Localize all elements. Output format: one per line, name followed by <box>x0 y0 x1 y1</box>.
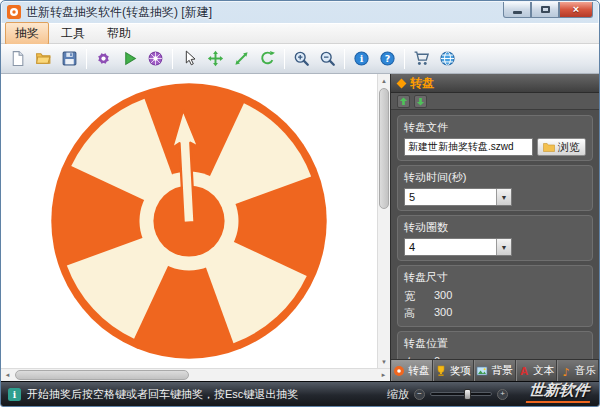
zoom-label: 缩放 <box>387 387 409 402</box>
scroll-left-icon[interactable]: ◄ <box>1 369 14 381</box>
svg-text:♪: ♪ <box>562 365 569 377</box>
statusbar: i 开始抽奖后按空格键或者回车键抽奖，按Esc键退出抽奖 缩放 − + 世新软件 <box>1 381 599 406</box>
image-icon <box>476 365 488 377</box>
zoom-out-button[interactable] <box>315 46 340 71</box>
resize-icon <box>233 50 250 67</box>
tab-prizes[interactable]: 奖项 <box>433 360 475 381</box>
scroll-down-icon[interactable]: ▼ <box>378 355 390 368</box>
app-window: 世新转盘抽奖软件(转盘抽奖) [新建] × 抽奖 工具 帮助 <box>0 0 600 407</box>
scroll-right-icon[interactable]: ► <box>377 369 390 381</box>
svg-text:A: A <box>520 366 528 377</box>
spin-rounds-group: 转动圈数 4 ▼ <box>397 215 593 261</box>
tab-text[interactable]: A 文本 <box>516 360 558 381</box>
close-button[interactable]: × <box>559 2 593 18</box>
folder-icon <box>543 142 555 152</box>
move-up-button[interactable] <box>397 95 410 108</box>
vertical-scrollbar[interactable]: ▲ ▼ <box>377 74 390 368</box>
zoom-out-icon <box>319 50 336 67</box>
width-value[interactable]: 300 <box>434 289 452 304</box>
height-value[interactable]: 300 <box>434 306 452 321</box>
chevron-down-icon[interactable]: ▼ <box>496 189 511 205</box>
panel-body: 转盘文件 浏览 转动时间(秒) 5 <box>391 110 599 359</box>
cart-icon <box>413 50 430 67</box>
wheel-file-label: 转盘文件 <box>404 120 586 135</box>
tab-label: 文本 <box>533 364 554 378</box>
tab-wheel[interactable]: 转盘 <box>391 360 433 381</box>
wheel-file-group: 转盘文件 浏览 <box>397 115 593 161</box>
help-icon: ? <box>379 50 396 67</box>
menu-tools[interactable]: 工具 <box>51 22 95 45</box>
spin-time-select[interactable]: 5 ▼ <box>404 188 512 206</box>
horizontal-scrollbar[interactable]: ◄ ► <box>1 368 390 381</box>
move-down-button[interactable] <box>414 95 427 108</box>
zoom-slider[interactable] <box>430 392 492 396</box>
buy-button[interactable] <box>409 46 434 71</box>
wheel-tab-icon <box>393 365 405 377</box>
design-canvas[interactable] <box>1 74 377 368</box>
lottery-wheel[interactable] <box>1 74 377 368</box>
browse-button[interactable]: 浏览 <box>537 138 586 156</box>
spin-time-label: 转动时间(秒) <box>404 170 586 185</box>
start-draw-button[interactable] <box>117 46 142 71</box>
wheel-file-input[interactable] <box>404 138 533 156</box>
minimize-button[interactable] <box>503 2 531 18</box>
letter-a-icon: A <box>518 365 530 377</box>
zoom-slider-thumb[interactable] <box>464 389 471 400</box>
menu-help[interactable]: 帮助 <box>97 22 141 45</box>
rotate-icon <box>259 50 276 67</box>
move-icon <box>207 50 224 67</box>
height-label: 高 <box>404 306 434 321</box>
open-file-button[interactable] <box>31 46 56 71</box>
menu-lottery[interactable]: 抽奖 <box>5 22 49 45</box>
arrow-up-icon <box>399 97 408 106</box>
toolbar-separator <box>344 49 345 69</box>
panel-toolbar <box>391 93 599 110</box>
spin-time-group: 转动时间(秒) 5 ▼ <box>397 165 593 211</box>
svg-text:i: i <box>360 53 364 64</box>
tab-background[interactable]: 背景 <box>474 360 516 381</box>
scroll-up-icon[interactable]: ▲ <box>378 74 390 87</box>
settings-button[interactable] <box>91 46 116 71</box>
close-icon: × <box>573 4 579 15</box>
maximize-button[interactable] <box>531 2 559 18</box>
status-hint: 开始抽奖后按空格键或者回车键抽奖，按Esc键退出抽奖 <box>27 387 298 402</box>
zoom-control: 缩放 − + <box>387 387 508 402</box>
resize-button[interactable] <box>229 46 254 71</box>
menubar: 抽奖 工具 帮助 <box>1 23 599 44</box>
chevron-down-icon[interactable]: ▼ <box>496 239 511 255</box>
spin-rounds-label: 转动圈数 <box>404 220 586 235</box>
wheel-position-group: 转盘位置 左 0 上 0 <box>397 331 593 359</box>
toolbar-separator <box>404 49 405 69</box>
rotate-button[interactable] <box>255 46 280 71</box>
toolbar-separator <box>172 49 173 69</box>
wheel-preview-button[interactable] <box>143 46 168 71</box>
tab-label: 转盘 <box>408 364 429 378</box>
zoom-in-button[interactable] <box>289 46 314 71</box>
wheel-size-label: 转盘尺寸 <box>404 270 586 285</box>
tab-music[interactable]: ♪ 音乐 <box>557 360 599 381</box>
zoom-in-icon <box>293 50 310 67</box>
horizontal-scroll-track[interactable] <box>14 369 377 381</box>
vertical-scroll-thumb[interactable] <box>379 88 389 209</box>
window-controls: × <box>503 2 593 18</box>
website-button[interactable] <box>435 46 460 71</box>
titlebar[interactable]: 世新转盘抽奖软件(转盘抽奖) [新建] × <box>1 1 599 23</box>
move-button[interactable] <box>203 46 228 71</box>
wheel-icon <box>147 50 164 67</box>
new-file-button[interactable] <box>5 46 30 71</box>
zoom-in-small-button[interactable]: + <box>497 389 508 400</box>
save-file-button[interactable] <box>57 46 82 71</box>
gear-icon <box>95 50 112 67</box>
panel-title: 转盘 <box>410 75 434 92</box>
zoom-out-small-button[interactable]: − <box>414 389 425 400</box>
browse-label: 浏览 <box>558 140 580 155</box>
horizontal-scroll-thumb[interactable] <box>15 370 189 380</box>
spin-time-value: 5 <box>405 189 496 205</box>
vertical-scroll-track[interactable] <box>378 87 390 355</box>
panel-header: 转盘 <box>391 74 599 93</box>
spin-rounds-select[interactable]: 4 ▼ <box>404 238 512 256</box>
about-button[interactable]: i <box>349 46 374 71</box>
select-cursor-button[interactable] <box>177 46 202 71</box>
help-button[interactable]: ? <box>375 46 400 71</box>
tab-label: 背景 <box>491 364 512 378</box>
